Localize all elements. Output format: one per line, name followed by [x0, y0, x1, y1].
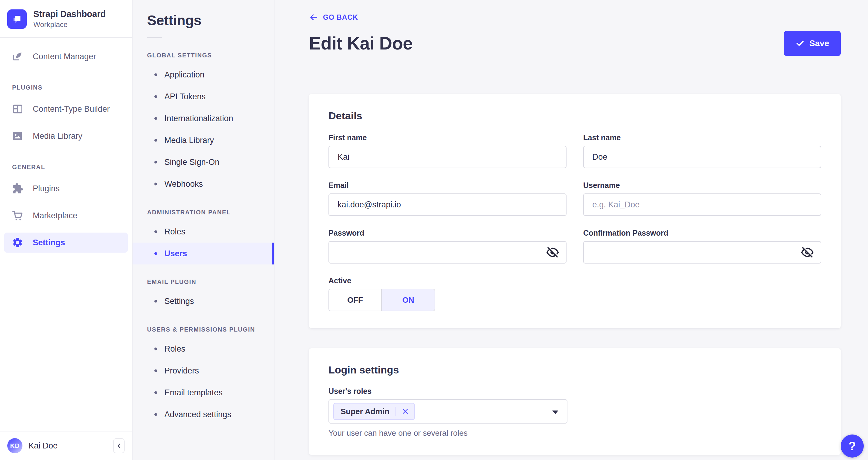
remove-role-button[interactable] [396, 408, 414, 415]
go-back-label: Go back [323, 13, 358, 22]
sidebar-item-content-manager[interactable]: Content Manager [4, 47, 128, 66]
main-sidebar: Strapi Dashboard Workplace Content Manag… [0, 0, 132, 460]
confirmation-password-input[interactable] [583, 241, 821, 263]
subnav-item-webhooks[interactable]: Webhooks [132, 173, 274, 195]
sidebar-item-label: Marketplace [33, 211, 78, 221]
main-content: Go back Edit Kai Doe Save Details First … [275, 0, 868, 460]
active-label: Active [329, 276, 821, 285]
username-input[interactable] [583, 194, 821, 216]
settings-subnav: Settings Global Settings Application API… [132, 0, 275, 460]
toggle-off-button[interactable]: OFF [329, 289, 382, 311]
page-title: Edit Kai Doe [309, 33, 413, 54]
sidebar-nav: Content Manager Plugins Content-Type Bui… [0, 38, 132, 431]
subnav-title: Settings [147, 12, 274, 29]
subnav-item-up-advanced-settings[interactable]: Advanced settings [132, 404, 274, 425]
subnav-item-internationalization[interactable]: Internationalization [132, 108, 274, 130]
toggle-password-visibility-button[interactable] [546, 246, 559, 259]
last-name-input[interactable] [583, 146, 821, 168]
sidebar-item-media-library[interactable]: Media Library [4, 126, 128, 146]
subnav-item-media-library[interactable]: Media Library [132, 130, 274, 151]
sidebar-footer: KD Kai Doe [0, 431, 132, 460]
subnav-item-up-providers[interactable]: Providers [132, 360, 274, 382]
subnav-section-administration-panel: Administration Panel [147, 209, 274, 216]
sidebar-item-plugins[interactable]: Plugins [4, 178, 128, 199]
subnav-item-admin-users[interactable]: Users [132, 242, 274, 264]
divider [147, 37, 162, 38]
username-label: Username [583, 181, 821, 190]
first-name-label: First name [329, 133, 566, 142]
subnav-item-api-tokens[interactable]: API Tokens [132, 86, 274, 108]
role-tag-label: Super Admin [341, 407, 390, 416]
close-icon [402, 408, 409, 415]
subnav-item-up-roles[interactable]: Roles [132, 338, 274, 360]
first-name-input[interactable] [329, 146, 566, 168]
chevron-down-icon [552, 410, 558, 414]
sidebar-section-plugins: Plugins [12, 84, 128, 91]
image-icon [11, 130, 24, 142]
sidebar-item-marketplace[interactable]: Marketplace [4, 206, 128, 226]
eye-off-icon [547, 246, 559, 258]
role-tag-super-admin: Super Admin [333, 403, 415, 420]
avatar: KD [7, 438, 23, 453]
login-settings-card: Login settings User's roles Super Admin … [309, 348, 841, 455]
save-label: Save [809, 38, 829, 48]
subnav-item-up-email-templates[interactable]: Email templates [132, 382, 274, 404]
feather-pen-icon [11, 50, 24, 62]
user-roles-label: User's roles [329, 387, 821, 396]
strapi-logo-icon [7, 9, 27, 29]
sidebar-section-general: General [12, 164, 128, 171]
sidebar-item-settings[interactable]: Settings [4, 233, 128, 253]
chevron-left-icon [115, 442, 123, 449]
brand-subtitle: Workplace [33, 20, 106, 29]
puzzle-icon [11, 182, 24, 195]
question-mark-icon: ? [848, 439, 856, 453]
subnav-item-email-settings[interactable]: Settings [132, 290, 274, 312]
layout-icon [11, 103, 24, 115]
confirmation-password-label: Confirmation Password [583, 229, 821, 237]
toggle-confirmation-visibility-button[interactable] [801, 246, 814, 259]
user-name: Kai Doe [29, 441, 107, 451]
details-title: Details [329, 110, 821, 122]
sidebar-item-label: Content Manager [33, 52, 96, 61]
go-back-link[interactable]: Go back [309, 13, 358, 22]
brand: Strapi Dashboard Workplace [0, 0, 132, 37]
brand-title: Strapi Dashboard [33, 9, 106, 19]
details-card: Details First name Last name Email [309, 94, 841, 328]
email-input[interactable] [329, 194, 566, 216]
check-icon [796, 39, 805, 48]
sidebar-item-label: Content-Type Builder [33, 105, 110, 114]
subnav-section-email-plugin: Email Plugin [147, 279, 274, 285]
collapse-sidebar-button[interactable] [113, 438, 125, 453]
login-settings-title: Login settings [329, 364, 821, 376]
subnav-item-application[interactable]: Application [132, 64, 274, 86]
eye-off-icon [801, 246, 813, 258]
email-label: Email [329, 181, 566, 190]
last-name-label: Last name [583, 133, 821, 142]
help-button[interactable]: ? [841, 434, 864, 458]
cart-icon [11, 209, 24, 222]
arrow-left-icon [309, 13, 318, 22]
save-button[interactable]: Save [784, 31, 841, 56]
gear-icon [11, 236, 24, 249]
toggle-on-button[interactable]: ON [382, 289, 435, 311]
roles-helper-text: Your user can have one or several roles [329, 428, 821, 438]
subnav-section-users-permissions: Users & Permissions plugin [147, 326, 274, 333]
sidebar-item-label: Plugins [33, 184, 60, 194]
active-toggle: OFF ON [329, 289, 435, 311]
subnav-section-global-settings: Global Settings [147, 52, 274, 59]
user-roles-select[interactable]: Super Admin [329, 399, 567, 424]
sidebar-item-label: Media Library [33, 132, 83, 141]
password-input[interactable] [329, 241, 566, 263]
password-label: Password [329, 229, 566, 237]
subnav-item-single-sign-on[interactable]: Single Sign-On [132, 151, 274, 173]
subnav-item-admin-roles[interactable]: Roles [132, 221, 274, 242]
sidebar-item-content-type-builder[interactable]: Content-Type Builder [4, 99, 128, 119]
sidebar-item-label: Settings [33, 238, 65, 248]
